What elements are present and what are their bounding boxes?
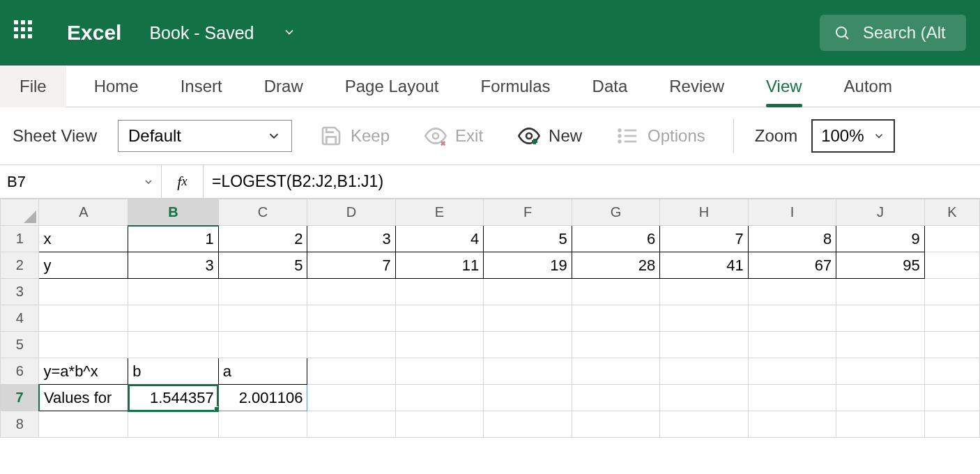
cell-A4[interactable] <box>39 305 128 332</box>
tab-insert[interactable]: Insert <box>160 66 243 107</box>
cell-D5[interactable] <box>307 332 395 358</box>
tab-page-layout[interactable]: Page Layout <box>324 66 460 107</box>
col-header-B[interactable]: B <box>128 199 219 226</box>
chevron-down-icon[interactable] <box>282 23 296 43</box>
cell-A7[interactable]: Values for <box>39 385 128 411</box>
name-box[interactable]: B7 <box>0 165 162 198</box>
row-header-7[interactable]: 7 <box>1 385 39 411</box>
cell-C2[interactable]: 5 <box>218 252 307 279</box>
cell-B7[interactable]: 1.544357 <box>128 385 219 411</box>
cell-B3[interactable] <box>128 279 219 305</box>
tab-review[interactable]: Review <box>648 66 745 107</box>
col-header-A[interactable]: A <box>39 199 128 226</box>
search-input[interactable]: Search (Alt <box>820 15 966 51</box>
cell-F1[interactable]: 5 <box>484 226 572 252</box>
cell-I6[interactable] <box>748 358 836 385</box>
cell-D2[interactable]: 7 <box>307 252 395 279</box>
col-header-H[interactable]: H <box>660 199 749 226</box>
cell-C6[interactable]: a <box>218 358 307 385</box>
sheet-view-select[interactable]: Default <box>118 120 292 152</box>
cell-I3[interactable] <box>748 279 836 305</box>
col-header-K[interactable]: K <box>924 199 979 226</box>
tab-home[interactable]: Home <box>73 66 160 107</box>
cell-I8[interactable] <box>748 411 836 438</box>
cell-A5[interactable] <box>39 332 128 358</box>
cell-B1[interactable]: 1 <box>128 226 219 252</box>
cell-I5[interactable] <box>748 332 836 358</box>
row-header-1[interactable]: 1 <box>1 226 39 252</box>
cell-B6[interactable]: b <box>128 358 219 385</box>
cell-D3[interactable] <box>307 279 395 305</box>
cell-K5[interactable] <box>924 332 979 358</box>
col-header-F[interactable]: F <box>484 199 572 226</box>
cell-J5[interactable] <box>836 332 925 358</box>
formula-input[interactable]: =LOGEST(B2:J2,B1:J1) <box>204 165 980 198</box>
cell-J2[interactable]: 95 <box>836 252 925 279</box>
tab-draw[interactable]: Draw <box>243 66 324 107</box>
cell-D8[interactable] <box>307 411 395 438</box>
cell-I1[interactable]: 8 <box>748 226 836 252</box>
cell-G6[interactable] <box>572 358 660 385</box>
cell-D1[interactable]: 3 <box>307 226 395 252</box>
cell-C8[interactable] <box>218 411 307 438</box>
cell-B2[interactable]: 3 <box>128 252 219 279</box>
col-header-G[interactable]: G <box>572 199 660 226</box>
cell-H8[interactable] <box>660 411 749 438</box>
cell-J3[interactable] <box>836 279 925 305</box>
cell-F6[interactable] <box>484 358 572 385</box>
cell-C1[interactable]: 2 <box>218 226 307 252</box>
cell-J4[interactable] <box>836 305 925 332</box>
cell-E4[interactable] <box>395 305 484 332</box>
cell-G7[interactable] <box>572 385 660 411</box>
cell-H5[interactable] <box>660 332 749 358</box>
cell-I4[interactable] <box>748 305 836 332</box>
cell-J1[interactable]: 9 <box>836 226 925 252</box>
cell-H2[interactable]: 41 <box>660 252 749 279</box>
cell-G1[interactable]: 6 <box>572 226 660 252</box>
cell-E7[interactable] <box>395 385 484 411</box>
col-header-D[interactable]: D <box>307 199 395 226</box>
cell-H6[interactable] <box>660 358 749 385</box>
row-header-6[interactable]: 6 <box>1 358 39 385</box>
row-header-2[interactable]: 2 <box>1 252 39 279</box>
cell-F3[interactable] <box>484 279 572 305</box>
cell-A1[interactable]: x <box>39 226 128 252</box>
tab-file[interactable]: File <box>0 66 66 107</box>
cell-K8[interactable] <box>924 411 979 438</box>
cell-H1[interactable]: 7 <box>660 226 749 252</box>
cell-C4[interactable] <box>218 305 307 332</box>
row-header-5[interactable]: 5 <box>1 332 39 358</box>
cell-J7[interactable] <box>836 385 925 411</box>
cell-E6[interactable] <box>395 358 484 385</box>
cell-C5[interactable] <box>218 332 307 358</box>
col-header-J[interactable]: J <box>836 199 925 226</box>
cell-G4[interactable] <box>572 305 660 332</box>
cell-D4[interactable] <box>307 305 395 332</box>
cell-F4[interactable] <box>484 305 572 332</box>
cell-K3[interactable] <box>924 279 979 305</box>
cell-I7[interactable] <box>748 385 836 411</box>
cell-F8[interactable] <box>484 411 572 438</box>
cell-B5[interactable] <box>128 332 219 358</box>
new-button[interactable]: New <box>511 121 589 151</box>
cell-K6[interactable] <box>924 358 979 385</box>
cell-I2[interactable]: 67 <box>748 252 836 279</box>
cell-C7[interactable]: 2.001106 <box>218 385 307 411</box>
cell-G3[interactable] <box>572 279 660 305</box>
zoom-select[interactable]: 100% <box>811 119 894 153</box>
cell-E3[interactable] <box>395 279 484 305</box>
col-header-C[interactable]: C <box>218 199 307 226</box>
cell-D7[interactable] <box>307 385 395 411</box>
cell-K2[interactable] <box>924 252 979 279</box>
spreadsheet-grid[interactable]: A B C D E F G H I J K 1 x 1 2 3 4 5 6 7 … <box>0 199 980 438</box>
cell-A3[interactable] <box>39 279 128 305</box>
cell-K7[interactable] <box>924 385 979 411</box>
tab-automate[interactable]: Autom <box>823 66 913 107</box>
document-title[interactable]: Book - Saved <box>149 23 296 43</box>
tab-view[interactable]: View <box>745 66 823 107</box>
cell-E2[interactable]: 11 <box>395 252 484 279</box>
cell-B4[interactable] <box>128 305 219 332</box>
cell-F7[interactable] <box>484 385 572 411</box>
cell-G5[interactable] <box>572 332 660 358</box>
app-launcher-icon[interactable] <box>14 20 39 45</box>
